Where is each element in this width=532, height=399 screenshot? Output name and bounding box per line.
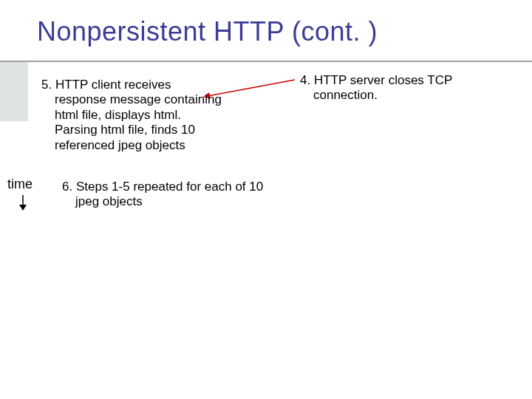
step-5-number: 5.: [41, 78, 52, 92]
step-6-number: 6.: [62, 180, 72, 194]
step-4: 4. HTTP server closes TCP connection.: [300, 73, 492, 103]
down-arrow-icon: [18, 195, 28, 211]
step-5: 5. HTTP client receives response message…: [41, 78, 222, 153]
step-4-number: 4.: [300, 73, 310, 87]
slide: Nonpersistent HTTP (cont. ) 5. HTTP clie…: [0, 0, 532, 399]
step-6-text: Steps 1-5 repeated for each of 10 jpeg o…: [75, 180, 263, 208]
horizontal-rule: [0, 61, 532, 62]
step-5-text: HTTP client receives response message co…: [55, 78, 222, 152]
step-4-text: HTTP server closes TCP connection.: [313, 73, 452, 102]
time-label: time: [7, 177, 33, 192]
sidebar-accent: [0, 62, 28, 121]
step-6: 6. Steps 1-5 repeated for each of 10 jpe…: [62, 180, 276, 210]
slide-title: Nonpersistent HTTP (cont. ): [37, 16, 378, 47]
